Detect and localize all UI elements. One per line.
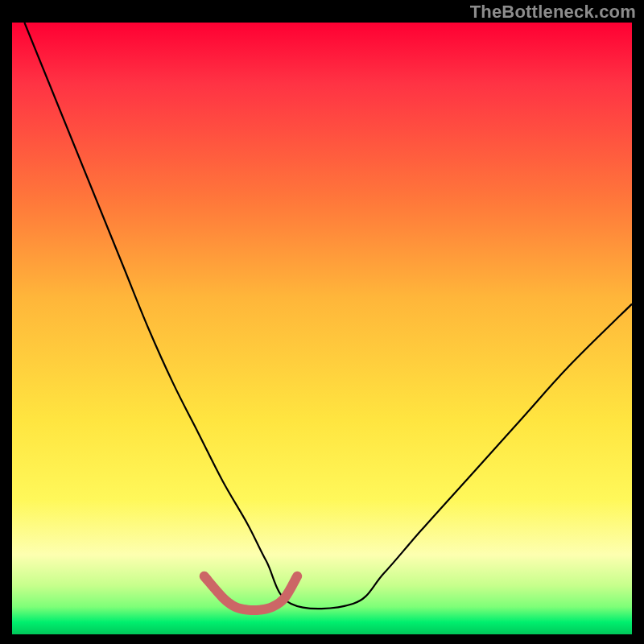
optimal-band-path: [204, 576, 298, 610]
bottleneck-curve-path: [24, 23, 632, 609]
watermark-label: TheBottleneck.com: [470, 2, 636, 23]
plot-area: [12, 23, 632, 634]
chart-svg: [12, 23, 632, 634]
chart-frame: TheBottleneck.com: [0, 0, 644, 644]
